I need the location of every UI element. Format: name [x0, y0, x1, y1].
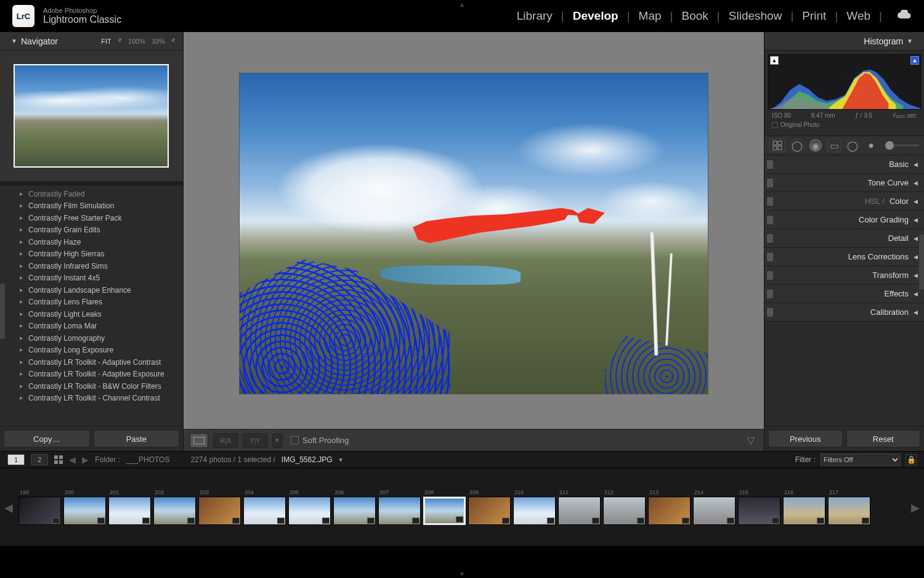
module-web[interactable]: Web: [846, 9, 870, 23]
filmstrip-thumb[interactable]: 214: [693, 489, 736, 525]
previous-button[interactable]: Previous: [768, 430, 843, 447]
preset-folder[interactable]: Contrastly Lomography: [0, 332, 183, 344]
module-map[interactable]: Map: [639, 9, 662, 23]
filmstrip-thumb[interactable]: 201: [108, 489, 151, 525]
thumb-image[interactable]: [288, 497, 331, 525]
preset-folder[interactable]: Contrastly Haze: [0, 236, 183, 248]
filmstrip-thumb[interactable]: 213: [648, 489, 691, 525]
radial-filter-tool[interactable]: ◯: [846, 139, 859, 152]
panel-tone-curve[interactable]: Tone Curve◀: [764, 174, 924, 192]
shadow-clipping-toggle[interactable]: ▲: [770, 56, 779, 65]
filmstrip-thumb[interactable]: 200: [63, 489, 106, 525]
thumb-image[interactable]: [333, 497, 376, 525]
panel-effects[interactable]: Effects◀: [764, 285, 924, 303]
panel-switch[interactable]: [767, 179, 773, 187]
thumb-image[interactable]: [558, 497, 601, 525]
preset-folder[interactable]: Contrastly LR Toolkit - Adaptive Exposur…: [0, 368, 183, 381]
zoom-33[interactable]: 33%: [152, 38, 165, 45]
panel-transform[interactable]: Transform◀: [764, 266, 924, 285]
nav-forward-icon[interactable]: ▶: [82, 455, 89, 465]
filmstrip-thumb[interactable]: 204: [243, 489, 286, 525]
preset-list[interactable]: Contrastly FadedContrastly Film Simulati…: [0, 181, 183, 426]
filter-select[interactable]: Filters Off: [821, 454, 901, 466]
filmstrip-thumb[interactable]: 211: [558, 489, 601, 525]
preset-folder[interactable]: Contrastly Film Simulation: [0, 200, 183, 213]
filmstrip-thumb[interactable]: 203: [198, 489, 241, 525]
panel-detail[interactable]: Detail◀: [764, 229, 924, 248]
histogram-header[interactable]: Histogram ▼: [764, 32, 924, 51]
crop-tool[interactable]: [769, 139, 785, 152]
grid-view-icon[interactable]: [54, 455, 63, 464]
panel-switch[interactable]: [767, 216, 773, 224]
panel-switch[interactable]: [767, 234, 773, 243]
preset-folder[interactable]: Contrastly Infrared Sims: [0, 260, 183, 272]
compare-dropdown[interactable]: ▾: [272, 433, 282, 448]
preset-folder[interactable]: Contrastly Free Starter Pack: [0, 212, 183, 224]
top-panel-toggle[interactable]: ▴: [460, 0, 464, 9]
navigator-zoom[interactable]: FIT⇵ 100% 33%⇵: [101, 38, 176, 45]
filmstrip-thumb[interactable]: 212: [603, 489, 646, 525]
panel-switch[interactable]: [767, 271, 773, 280]
zoom-fit[interactable]: FIT: [101, 38, 111, 45]
spot-removal-tool[interactable]: ◯: [790, 139, 804, 152]
copy-button[interactable]: Copy…: [4, 430, 90, 447]
monitor-1-tab[interactable]: 1: [7, 454, 25, 465]
original-photo-checkbox[interactable]: [772, 122, 778, 128]
filmstrip-thumb[interactable]: 206: [333, 489, 376, 525]
before-after-button[interactable]: R|A: [213, 433, 238, 448]
current-filename[interactable]: IMG_5562.JPG: [282, 455, 333, 464]
filmstrip-scroll-left[interactable]: ◀: [2, 499, 15, 516]
filmstrip-thumb[interactable]: 215: [738, 489, 780, 525]
module-develop[interactable]: Develop: [573, 9, 618, 23]
module-library[interactable]: Library: [517, 9, 553, 23]
thumb-image[interactable]: [603, 497, 646, 525]
thumb-image[interactable]: [648, 497, 691, 525]
thumb-image[interactable]: [783, 497, 825, 525]
panel-switch[interactable]: [767, 290, 773, 298]
filmstrip-thumb[interactable]: 202: [153, 489, 196, 525]
thumb-image[interactable]: [423, 497, 466, 525]
panel-switch[interactable]: [767, 160, 773, 169]
panel-switch[interactable]: [767, 197, 773, 206]
preset-folder[interactable]: Contrastly Lens Flares: [0, 296, 183, 309]
zoom-100[interactable]: 100%: [128, 38, 145, 45]
panel-switch[interactable]: [767, 308, 773, 317]
thumb-image[interactable]: [378, 497, 421, 525]
brush-size-slider[interactable]: [885, 144, 919, 147]
filmstrip-thumb[interactable]: 210: [513, 489, 556, 525]
left-panel-grip[interactable]: [0, 283, 5, 339]
compare-button[interactable]: Y|Y: [243, 433, 267, 448]
preset-folder[interactable]: Contrastly Landscape Enhance: [0, 284, 183, 296]
bottom-panel-toggle[interactable]: ▾: [460, 569, 464, 578]
panel-basic[interactable]: Basic◀: [764, 155, 924, 174]
filmstrip-thumb[interactable]: 207: [378, 489, 421, 525]
paste-button[interactable]: Paste: [94, 430, 180, 447]
red-eye-tool[interactable]: ◉: [809, 139, 822, 152]
filmstrip-thumb[interactable]: 208: [423, 489, 466, 525]
navigator-header[interactable]: ▼ Navigator FIT⇵ 100% 33%⇵: [0, 32, 183, 51]
module-print[interactable]: Print: [802, 9, 826, 23]
thumb-image[interactable]: [198, 497, 241, 525]
module-book[interactable]: Book: [682, 9, 708, 23]
adjustment-brush-tool[interactable]: ●: [864, 139, 878, 152]
filmstrip-thumb[interactable]: 217: [828, 489, 870, 525]
filmstrip-thumb[interactable]: 199: [18, 489, 61, 525]
thumb-image[interactable]: [693, 497, 736, 525]
preset-folder[interactable]: Contrastly Faded: [0, 188, 183, 200]
preset-folder[interactable]: Contrastly Grain Edits: [0, 224, 183, 237]
soft-proofing-checkbox[interactable]: [291, 436, 299, 444]
preset-folder[interactable]: Contrastly LR Toolkit - B&W Color Filter…: [0, 380, 183, 393]
thumb-image[interactable]: [243, 497, 286, 525]
folder-name[interactable]: ___PHOTOS: [126, 455, 169, 464]
cloud-sync-icon[interactable]: [891, 9, 912, 23]
filmstrip-thumb[interactable]: 216: [783, 489, 825, 525]
preset-folder[interactable]: Contrastly Light Leaks: [0, 308, 183, 320]
navigator-preview[interactable]: [0, 51, 183, 181]
preset-folder[interactable]: Contrastly LR Toolkit - Adaptive Contras…: [0, 356, 183, 368]
thumb-image[interactable]: [468, 497, 511, 525]
thumb-image[interactable]: [18, 497, 61, 525]
photo-canvas[interactable]: [240, 73, 708, 394]
preset-folder[interactable]: Contrastly LR Toolkit - Channel Contrast: [0, 393, 183, 405]
preset-folder[interactable]: Contrastly Long Exposure: [0, 344, 183, 357]
filmstrip-thumb[interactable]: 205: [288, 489, 331, 525]
